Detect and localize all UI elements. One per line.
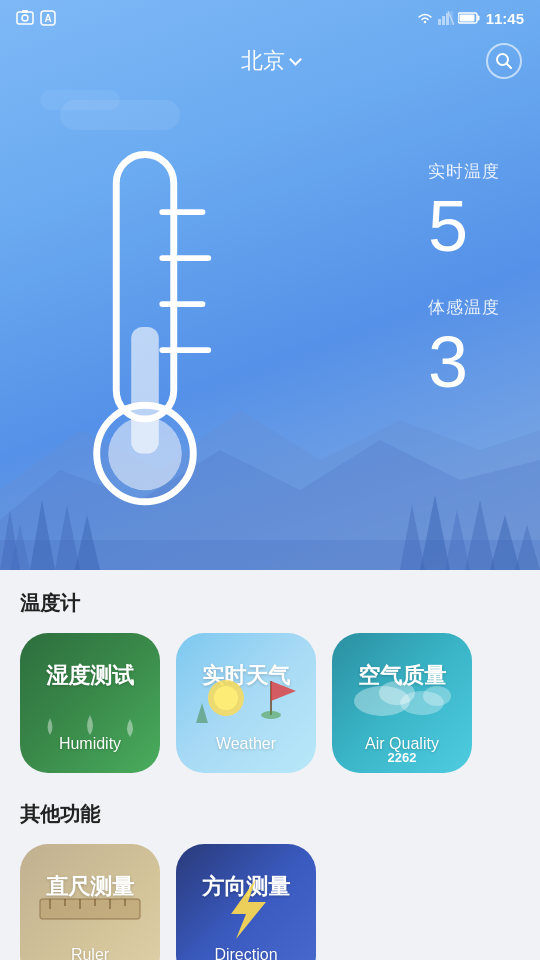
svg-point-46 [423, 686, 451, 706]
real-temp-label: 实时温度 [428, 160, 500, 183]
app-airquality[interactable]: 空气质量 2262 Air Quality [332, 633, 472, 773]
airquality-en-label: Air Quality [332, 735, 472, 753]
section2-title: 其他功能 [20, 801, 520, 828]
svg-marker-40 [271, 681, 296, 701]
download-icon: A [40, 10, 56, 26]
feels-temp-value: 3 [428, 323, 500, 402]
dropdown-chevron [289, 53, 302, 66]
svg-rect-28 [442, 16, 445, 25]
cloud-2 [40, 90, 120, 110]
svg-rect-33 [477, 16, 479, 21]
svg-text:A: A [44, 13, 51, 24]
svg-marker-42 [196, 703, 208, 723]
real-temp-value: 5 [428, 187, 500, 266]
temperature-info: 实时温度 5 体感温度 3 [428, 160, 500, 402]
humidity-en-label: Humidity [20, 735, 160, 753]
battery-icon [458, 12, 480, 24]
signal-icon [438, 11, 454, 25]
city-name: 北京 [241, 46, 285, 76]
svg-marker-11 [465, 500, 495, 570]
svg-point-23 [22, 15, 28, 21]
svg-marker-8 [400, 505, 425, 570]
status-bar: A 11:45 [0, 0, 540, 36]
header: 北京 [0, 36, 540, 86]
thermometer [30, 120, 260, 460]
svg-rect-27 [438, 19, 441, 25]
wifi-icon [416, 11, 434, 25]
section1-title: 温度计 [20, 590, 520, 617]
city-selector[interactable]: 北京 [241, 46, 300, 76]
app-ruler[interactable]: 直尺测量 Ruler [20, 844, 160, 960]
svg-marker-9 [420, 495, 450, 570]
ruler-en-label: Ruler [20, 946, 160, 960]
svg-rect-22 [17, 12, 33, 24]
svg-rect-21 [131, 327, 159, 454]
direction-en-label: Direction [176, 946, 316, 960]
content-area: 温度计 湿度测试 Humidity 实时天气 [0, 570, 540, 960]
app-humidity[interactable]: 湿度测试 Humidity [20, 633, 160, 773]
svg-marker-10 [445, 510, 470, 570]
status-icons-left: A [16, 10, 56, 26]
photo-icon [16, 10, 34, 26]
svg-marker-12 [490, 515, 520, 570]
svg-line-36 [507, 64, 512, 69]
apps-grid-1: 湿度测试 Humidity 实时天气 [20, 633, 520, 773]
weather-en-label: Weather [176, 735, 316, 753]
svg-marker-13 [515, 525, 540, 570]
svg-marker-6 [55, 505, 80, 570]
status-icons-right: 11:45 [416, 10, 524, 27]
app-weather[interactable]: 实时天气 Weather [176, 633, 316, 773]
svg-point-41 [261, 711, 281, 719]
time-display: 11:45 [486, 10, 524, 27]
app-direction[interactable]: 方向测量 Direction [176, 844, 316, 960]
apps-grid-2: 直尺测量 Ruler 方向测量 Direction [20, 844, 520, 960]
svg-point-38 [214, 686, 238, 710]
svg-rect-34 [459, 15, 474, 22]
svg-marker-7 [75, 515, 100, 570]
svg-rect-29 [446, 13, 449, 25]
svg-marker-54 [231, 879, 266, 939]
svg-rect-24 [22, 10, 28, 13]
humidity-cn-label: 湿度测试 [20, 661, 160, 691]
search-icon [495, 52, 513, 70]
search-button[interactable] [486, 43, 522, 79]
feels-temp-label: 体感温度 [428, 296, 500, 319]
